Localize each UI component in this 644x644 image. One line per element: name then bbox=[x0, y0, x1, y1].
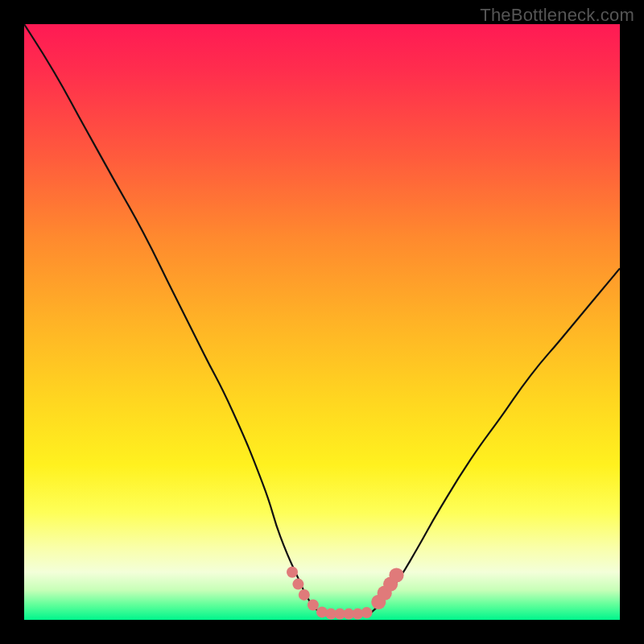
bottleneck-curve bbox=[24, 24, 620, 614]
left-curve bbox=[24, 24, 322, 614]
marker-dot bbox=[292, 579, 303, 590]
marker-dot bbox=[308, 600, 319, 611]
marker-dot bbox=[287, 567, 298, 578]
marker-dot bbox=[389, 568, 403, 582]
chart-frame: TheBottleneck.com bbox=[0, 0, 644, 644]
attribution-text: TheBottleneck.com bbox=[480, 5, 634, 26]
right-curve bbox=[369, 268, 620, 613]
marker-dot bbox=[361, 607, 373, 618]
marker-dot bbox=[299, 589, 310, 601]
plot-area bbox=[24, 24, 620, 620]
curve-markers bbox=[287, 567, 404, 620]
curve-layer bbox=[24, 24, 620, 620]
